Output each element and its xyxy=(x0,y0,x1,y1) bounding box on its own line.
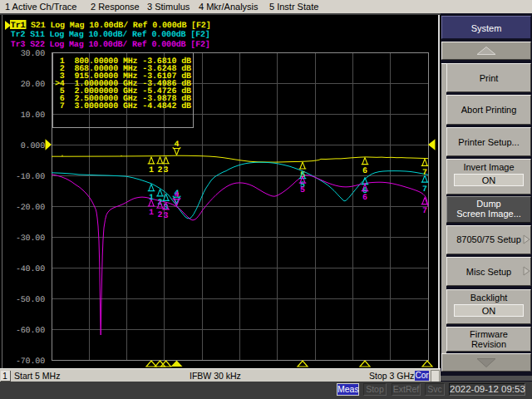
svg-text:10.00: 10.00 xyxy=(21,111,45,121)
svg-text:30.00: 30.00 xyxy=(21,50,45,59)
svg-text:5: 5 xyxy=(300,186,305,195)
svg-text:4: 4 xyxy=(174,191,179,200)
svg-text:-50.00: -50.00 xyxy=(16,296,45,305)
svg-text:Tr1: Tr1 xyxy=(11,22,26,31)
svg-text:1: 1 xyxy=(149,194,154,203)
svg-text:Tr3 S22 Log Mag 10.00dB/ Ref 0: Tr3 S22 Log Mag 10.00dB/ Ref 0.000dB [F2… xyxy=(11,40,210,50)
svg-text:6: 6 xyxy=(362,194,367,203)
svg-text:S21 Log Mag 10.00dB/ Ref 0.000: S21 Log Mag 10.00dB/ Ref 0.000dB [F2] xyxy=(31,21,211,31)
svg-text:-20.00: -20.00 xyxy=(16,204,45,213)
svg-text:7: 7 xyxy=(422,207,427,216)
svg-text:-40.00: -40.00 xyxy=(16,265,45,274)
svg-text:-60.00: -60.00 xyxy=(16,327,45,336)
svg-text:4: 4 xyxy=(174,140,179,150)
svg-text:20.00: 20.00 xyxy=(21,81,45,90)
svg-text:1: 1 xyxy=(149,209,154,218)
svg-text:1: 1 xyxy=(149,166,154,175)
svg-text:Tr2 S11 Log Mag 10.00dB/ Ref 0: Tr2 S11 Log Mag 10.00dB/ Ref 0.000dB [F2… xyxy=(11,30,210,40)
svg-text:-30.00: -30.00 xyxy=(16,234,45,244)
svg-text:2: 2 xyxy=(157,211,162,220)
svg-text:7 3.0000000 GHz -4.4842 dB: 7 3.0000000 GHz -4.4842 dB xyxy=(55,101,191,111)
svg-text:-10.00: -10.00 xyxy=(16,173,45,182)
svg-text:3: 3 xyxy=(164,212,169,221)
svg-text:3: 3 xyxy=(164,166,169,175)
svg-text:6: 6 xyxy=(362,167,367,176)
svg-text:-70.00: -70.00 xyxy=(16,357,45,367)
svg-text:7: 7 xyxy=(422,185,427,195)
svg-text:0.000: 0.000 xyxy=(21,142,45,151)
svg-text:2: 2 xyxy=(157,166,162,175)
